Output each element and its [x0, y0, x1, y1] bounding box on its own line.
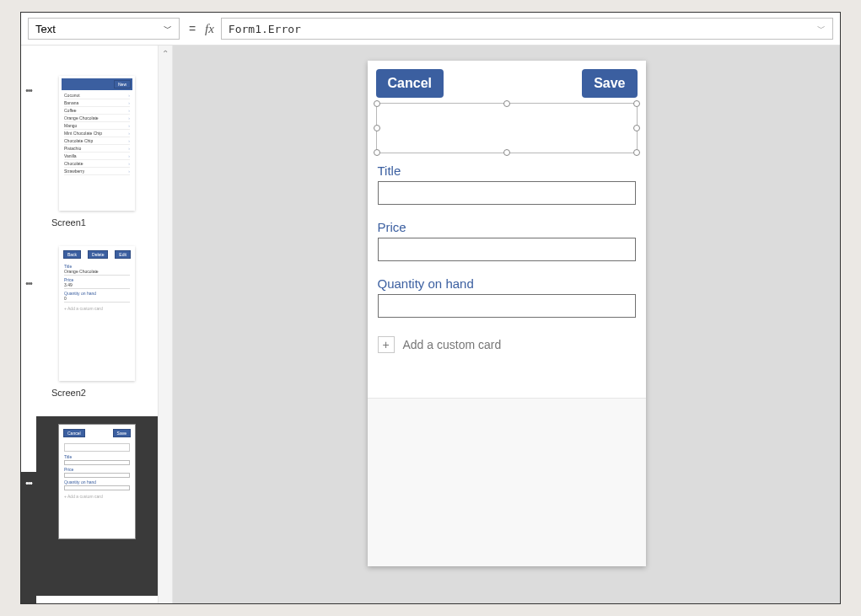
field-quantity[interactable]: Quantity on hand — [378, 276, 636, 318]
edit-button-mini: Edit — [115, 250, 131, 259]
formula-bar: Text ﹀ = fx Form1.Error ﹀ — [21, 13, 840, 46]
error-label-selected[interactable] — [376, 103, 638, 153]
thumb1-header: New — [62, 78, 132, 90]
screen-thumbnail-3-selected[interactable]: Cancel Save Title Price Quantity on hand… — [36, 416, 158, 596]
thumbnail-actions-col: ••• ••• ••• — [21, 46, 36, 603]
thumb3-header: Cancel Save — [62, 427, 132, 439]
more-icon[interactable]: ••• — [21, 472, 36, 603]
resize-handle[interactable] — [374, 125, 380, 131]
delete-button-mini: Delete — [88, 250, 108, 259]
form-header: Cancel Save — [376, 69, 638, 98]
thumbnails-scrollbar[interactable]: ⌃ — [158, 46, 173, 603]
title-label: Title — [378, 163, 636, 178]
cancel-button-mini: Cancel — [63, 429, 85, 437]
thumbnails-list: New Coconut› Banana› Coffee› Orange Choc… — [36, 46, 158, 603]
resize-handle[interactable] — [633, 149, 640, 156]
resize-handle[interactable] — [633, 100, 640, 107]
screen2-label: Screen2 — [51, 388, 158, 398]
scroll-up-icon[interactable]: ⌃ — [162, 49, 169, 603]
more-icon[interactable]: ••• — [25, 279, 32, 288]
save-button[interactable]: Save — [582, 69, 637, 98]
field-title[interactable]: Title — [378, 163, 636, 205]
thumb1-list: Coconut› Banana› Coffee› Orange Chocolat… — [62, 90, 132, 177]
phone-preview: Cancel Save Title — [368, 61, 646, 566]
app-frame: Text ﹀ = fx Form1.Error ﹀ ••• ••• ••• Ne… — [20, 12, 841, 604]
resize-handle[interactable] — [633, 125, 640, 131]
formula-input[interactable]: Form1.Error ﹀ — [221, 18, 833, 40]
edit-form: Title Price Quantity on hand + Add a cus… — [376, 163, 638, 353]
screen1-label: Screen1 — [51, 217, 158, 228]
resize-handle[interactable] — [374, 149, 380, 156]
cancel-button[interactable]: Cancel — [376, 69, 444, 98]
property-selector[interactable]: Text ﹀ — [28, 18, 180, 40]
quantity-input[interactable] — [378, 294, 636, 318]
save-button-mini: Save — [113, 429, 131, 437]
add-card-label: Add a custom card — [403, 338, 502, 351]
price-input[interactable] — [378, 238, 636, 261]
field-price[interactable]: Price — [378, 220, 636, 261]
more-icon[interactable]: ••• — [25, 86, 32, 95]
design-canvas[interactable]: Cancel Save Title — [173, 46, 840, 603]
equals-sign: = — [186, 22, 198, 35]
add-custom-card[interactable]: + Add a custom card — [378, 336, 636, 353]
formula-expand-icon[interactable]: ﹀ — [817, 23, 826, 35]
back-button-mini: Back — [63, 250, 81, 259]
chevron-down-icon: ﹀ — [164, 23, 172, 35]
property-selector-value: Text — [35, 23, 56, 35]
price-label: Price — [378, 220, 636, 234]
form-lower-blank — [368, 398, 646, 566]
screen-thumbnail-2[interactable]: Back Delete Edit Title Orange Chocolate … — [59, 246, 135, 381]
screens-panel: ••• ••• ••• New Coconut› Banana› Coffee›… — [21, 46, 173, 603]
resize-handle[interactable] — [503, 100, 510, 107]
quantity-label: Quantity on hand — [378, 276, 636, 291]
fx-icon[interactable]: fx — [205, 22, 214, 36]
screen-thumbnail-1[interactable]: New Coconut› Banana› Coffee› Orange Choc… — [59, 76, 135, 211]
formula-text: Form1.Error — [229, 23, 301, 35]
new-button-mini: New — [114, 80, 131, 88]
resize-handle[interactable] — [503, 149, 510, 156]
plus-icon: + — [378, 336, 395, 353]
resize-handle[interactable] — [374, 100, 380, 107]
thumb2-header: Back Delete Edit — [62, 249, 132, 260]
main-area: ••• ••• ••• New Coconut› Banana› Coffee›… — [21, 46, 840, 603]
title-input[interactable] — [378, 181, 636, 205]
